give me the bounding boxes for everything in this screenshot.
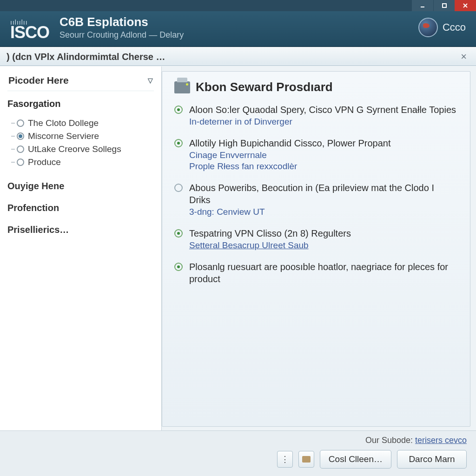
- sidebar-header-label: Picoder Here: [8, 75, 69, 86]
- sidebar-item-label: Miscorne Serviere: [28, 131, 99, 141]
- app-window: ıılıılıı ISCO C6B Esplations Seourr Crou…: [0, 0, 476, 476]
- menu-button[interactable]: ⋮: [277, 451, 293, 468]
- header-left: ıılıılıı ISCO C6B Esplations Seourr Crou…: [10, 15, 184, 40]
- sidebar-link-ouyige[interactable]: Ouyige Hene: [7, 181, 154, 192]
- record-item[interactable]: Plosanlg ruesuart are poosıble hoatlor, …: [174, 261, 458, 285]
- header-right: Ccco: [418, 18, 466, 37]
- record-item[interactable]: Abous Poweribs, Beocution in (Ea prilevi…: [174, 182, 458, 217]
- check-icon: [174, 106, 183, 114]
- radio-icon[interactable]: [17, 132, 24, 140]
- check-icon: [174, 229, 183, 238]
- record-item[interactable]: Tespatring VPN Clisso (2n 8) Regulters S…: [174, 227, 458, 251]
- brand-logo: ISCO: [10, 25, 49, 40]
- footer-note: Our Subode: terisers cevco: [365, 436, 467, 445]
- radio-icon[interactable]: [17, 145, 24, 153]
- folder-icon: [302, 456, 311, 463]
- sidebar-item[interactable]: The Cloto Dollege: [11, 117, 154, 130]
- cosl-clleen-button[interactable]: Cosl Clleen…: [320, 450, 391, 469]
- sidebar-section-fasorgation: Fasorgation: [7, 99, 154, 109]
- footer: Our Subode: terisers cevco ⋮ Cosl Clleen…: [0, 430, 476, 476]
- folder-button[interactable]: [298, 451, 314, 468]
- radio-icon[interactable]: [17, 159, 24, 166]
- tree-connector-icon: [11, 123, 15, 124]
- content-heading-label: Kbon Seward Prosdıard: [196, 80, 333, 94]
- sidebar-header[interactable]: Picoder Here ▽: [7, 73, 154, 91]
- app-header: ıılıılıı ISCO C6B Esplations Seourr Crou…: [0, 11, 476, 47]
- sidebar-item-label: The Cloto Dollege: [28, 118, 99, 128]
- check-icon: [174, 263, 183, 271]
- sidebar-item[interactable]: UtLake Creorve Sollegs: [11, 143, 154, 156]
- footer-note-label: Our Subode:: [365, 436, 415, 445]
- globe-icon: [418, 18, 438, 37]
- sidebar-item[interactable]: Produce: [11, 156, 154, 169]
- footer-note-link[interactable]: terisers cevco: [415, 436, 467, 445]
- record-link[interactable]: Setteral Besacrup Ulreet Saub: [189, 240, 351, 251]
- sidebar-item-label: UtLake Creorve Sollegs: [28, 144, 121, 154]
- record-title: Tespatring VPN Clisso (2n 8) Regulters: [189, 227, 351, 239]
- tree-connector-icon: [11, 162, 15, 163]
- record-title: Allotily High Bupichandid Cissco, Plower…: [189, 137, 391, 149]
- record-title: Plosanlg ruesuart are poosıble hoatlor, …: [189, 261, 458, 285]
- tab-close-icon[interactable]: ×: [458, 51, 469, 63]
- darco-marn-button[interactable]: Darco Marn: [397, 450, 467, 469]
- sidebar-list: The Cloto Dollege Miscorne Serviere UtLa…: [11, 117, 154, 169]
- record-item[interactable]: Allotily High Bupichandid Cissco, Plower…: [174, 137, 458, 172]
- tree-connector-icon: [11, 149, 15, 150]
- content-heading: Kbon Seward Prosdıard: [174, 80, 458, 100]
- record-subtitle: Cinage Envverrnale: [189, 150, 391, 160]
- radio-icon[interactable]: [17, 119, 24, 127]
- maximize-button[interactable]: [433, 0, 455, 11]
- sidebar-link-prisellierics[interactable]: Prisellierics…: [7, 225, 154, 235]
- minimize-button[interactable]: [412, 0, 433, 11]
- record-subtitle: Prople Rłess fan rexxcodlèr: [189, 161, 391, 172]
- record-title: Aloon So:ler Quaodal Spery, Cisco VPN G …: [189, 104, 456, 116]
- app-title: C6B Esplations: [60, 15, 184, 29]
- sidebar-item-label: Produce: [28, 157, 61, 167]
- sidebar-item[interactable]: Miscorne Serviere: [11, 130, 154, 143]
- titlebar: [0, 0, 476, 11]
- content-pane: Kbon Seward Prosdıard Aloon So:ler Quaod…: [162, 71, 470, 427]
- tree-connector-icon: [11, 136, 15, 137]
- record-list: Aloon So:ler Quaodal Spery, Cisco VPN G …: [174, 104, 458, 285]
- sidebar: Picoder Here ▽ Fasorgation The Cloto Dol…: [0, 66, 162, 430]
- svg-rect-1: [443, 4, 446, 7]
- record-item[interactable]: Aloon So:ler Quaodal Spery, Cisco VPN G …: [174, 104, 458, 127]
- record-subtitle: 3-dng: Cenview UT: [189, 207, 458, 217]
- active-tab-label[interactable]: ) (dcn VPlx Alindormimtal Cherse …: [7, 52, 165, 62]
- brand-label: Ccco: [443, 21, 466, 33]
- record-subtitle: In-deterner in of Dinverger: [189, 117, 456, 127]
- close-button[interactable]: [455, 0, 476, 11]
- tab-bar: ) (dcn VPlx Alindormimtal Cherse … ×: [0, 47, 476, 66]
- footer-buttons: ⋮ Cosl Clleen… Darco Marn: [277, 450, 467, 469]
- printer-icon: [174, 81, 190, 93]
- main-body: Picoder Here ▽ Fasorgation The Cloto Dol…: [0, 66, 476, 430]
- record-title: Abous Poweribs, Beocution in (Ea prilevi…: [189, 182, 458, 206]
- chevron-down-icon: ▽: [148, 77, 153, 84]
- app-subtitle: Seourr Crouting Adlond — Delary: [60, 30, 184, 40]
- sidebar-link-profenction[interactable]: Profenction: [7, 203, 154, 213]
- check-icon: [174, 139, 183, 147]
- unchecked-icon: [174, 184, 183, 192]
